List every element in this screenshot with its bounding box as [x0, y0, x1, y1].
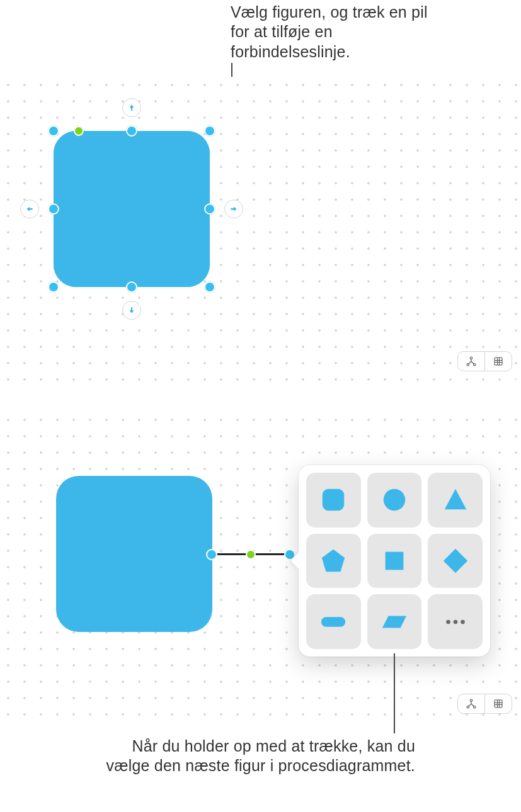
arrow-right-icon — [229, 205, 238, 213]
connect-arrow-up[interactable] — [122, 98, 141, 117]
parallelogram-icon — [380, 607, 409, 636]
svg-point-10 — [461, 619, 465, 624]
resize-handle-ne[interactable] — [204, 125, 215, 137]
svg-rect-3 — [495, 358, 502, 365]
canvas-panel-connector-and-picker[interactable] — [0, 412, 521, 724]
resize-handle-w[interactable] — [48, 203, 59, 215]
connect-arrow-right[interactable] — [224, 200, 243, 218]
connections-mode-button[interactable] — [458, 352, 484, 371]
picker-rounded-square[interactable] — [306, 473, 361, 527]
picker-pentagon[interactable] — [306, 534, 361, 589]
circle-icon — [380, 485, 409, 514]
pentagon-icon — [319, 546, 348, 575]
svg-point-0 — [470, 357, 472, 359]
resize-handle-se[interactable] — [204, 281, 215, 293]
square-icon — [380, 546, 409, 575]
connect-arrow-left[interactable] — [20, 200, 39, 218]
panel-mode-toggle — [457, 351, 512, 371]
svg-rect-14 — [495, 700, 502, 708]
connect-arrow-down[interactable] — [122, 301, 141, 320]
rounded-square-icon — [319, 485, 348, 514]
arrow-down-icon — [127, 306, 136, 315]
picker-diamond[interactable] — [428, 534, 483, 589]
shape-rounded-square[interactable] — [56, 476, 212, 632]
picker-triangle[interactable] — [428, 473, 483, 527]
resize-handle-sw[interactable] — [48, 281, 59, 293]
resize-handle-nw[interactable] — [48, 125, 59, 137]
pill-icon — [319, 607, 348, 636]
connector-midpoint[interactable] — [246, 550, 256, 560]
arrow-left-icon — [25, 205, 34, 213]
connections-icon — [466, 698, 477, 709]
picker-parallelogram[interactable] — [367, 594, 422, 649]
svg-point-11 — [470, 699, 472, 701]
caption-top: Vælg figuren, og træk en pil for at tilf… — [231, 3, 438, 62]
svg-rect-4 — [323, 489, 345, 511]
grid-icon — [493, 698, 504, 709]
svg-rect-7 — [321, 617, 345, 626]
resize-handle-e[interactable] — [204, 203, 215, 215]
svg-rect-6 — [386, 552, 404, 570]
connector-endpoint-start[interactable] — [206, 549, 217, 560]
shape-picker-popover — [299, 465, 490, 657]
triangle-icon — [441, 485, 470, 514]
svg-point-8 — [446, 619, 450, 624]
shape-fill — [56, 476, 212, 632]
picker-square[interactable] — [367, 534, 422, 589]
grid-icon — [493, 356, 504, 367]
connections-mode-button[interactable] — [458, 694, 484, 713]
svg-point-9 — [453, 619, 457, 624]
picker-more[interactable] — [428, 594, 483, 649]
leader-bottom — [394, 653, 395, 733]
more-icon — [441, 607, 470, 636]
resize-handle-n[interactable] — [126, 125, 137, 137]
shape-fill — [54, 131, 210, 287]
grid-mode-button[interactable] — [484, 694, 512, 713]
connections-icon — [466, 356, 477, 367]
panel-mode-toggle — [457, 694, 512, 714]
caption-bottom: Når du holder op med at trække, kan du v… — [88, 736, 415, 776]
shape-rounded-square-selected[interactable] — [54, 131, 210, 287]
diamond-icon — [441, 546, 470, 575]
picker-pill[interactable] — [306, 594, 361, 649]
arrow-up-icon — [127, 103, 136, 112]
picker-circle[interactable] — [367, 473, 422, 527]
grid-mode-button[interactable] — [484, 352, 512, 371]
rotation-handle[interactable] — [74, 126, 84, 136]
canvas-panel-selected-shape[interactable] — [0, 77, 521, 381]
svg-point-5 — [384, 489, 406, 511]
resize-handle-s[interactable] — [126, 281, 137, 293]
